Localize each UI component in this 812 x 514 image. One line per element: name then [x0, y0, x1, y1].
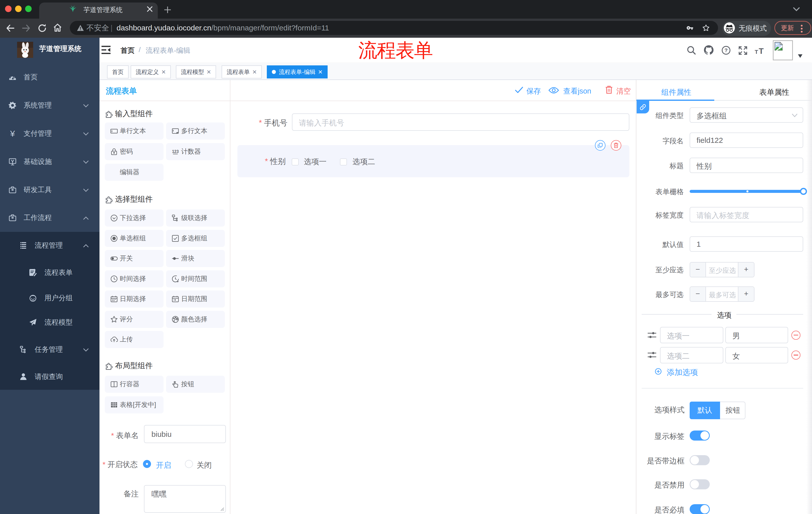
- svg-text:?: ?: [725, 47, 728, 53]
- svg-text:123: 123: [172, 150, 179, 154]
- svg-text:T: T: [759, 47, 764, 55]
- svg-text:T: T: [755, 49, 758, 55]
- svg-text:¥: ¥: [10, 130, 15, 138]
